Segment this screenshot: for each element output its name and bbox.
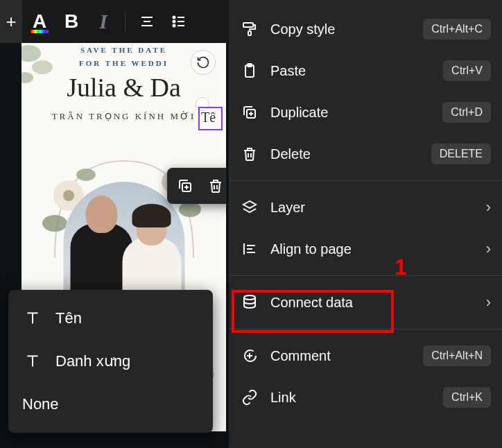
menu-label: Paste [270,63,443,79]
menu-label: Comment [270,348,423,364]
add-button[interactable]: + [0,0,22,43]
menu-label: Duplicate [270,105,442,121]
couple-names-text[interactable]: Julia & Da [21,72,226,103]
floating-action-bar [167,168,226,204]
text-field-icon [22,308,43,329]
chevron-right-icon: › [486,198,491,216]
svg-point-17 [179,202,201,217]
data-field-label: Tên [55,309,82,327]
menu-layer[interactable]: Layer › [229,187,502,228]
chevron-right-icon: › [486,293,491,311]
menu-shortcut: Ctrl+D [442,102,491,123]
data-field-danhxung[interactable]: Danh xưng [8,340,213,383]
duplicate-action-button[interactable] [171,172,199,200]
trash-icon [240,144,259,164]
menu-label: Link [270,390,443,406]
menu-label: Connect data [270,295,486,311]
color-spectrum-bar [31,30,49,33]
menu-comment[interactable]: Comment Ctrl+Alt+N [229,335,502,377]
link-icon [240,388,259,407]
align-page-icon [240,239,259,259]
menu-shortcut: Ctrl+Alt+C [423,19,491,40]
menu-label: Layer [270,200,486,216]
menu-duplicate[interactable]: Duplicate Ctrl+D [229,92,502,133]
svg-marker-29 [243,201,256,208]
invite-text[interactable]: TRÂN TRỌNG KÍNH MỜI [21,111,226,122]
menu-label: Align to page [270,241,486,257]
text-color-button[interactable]: A [25,7,54,36]
menu-link[interactable]: Link Ctrl+K [229,377,502,418]
menu-shortcut: Ctrl+Alt+N [423,345,491,366]
delete-action-button[interactable] [202,172,226,200]
rotate-handle-icon[interactable] [191,50,216,75]
clipboard-icon [240,61,259,80]
paint-roller-icon [240,19,259,39]
menu-label: Delete [270,146,431,162]
layers-icon [240,198,259,217]
data-field-popup: Tên Danh xưng None [8,290,213,433]
svg-rect-22 [243,23,253,27]
menu-separator [229,329,502,329]
menu-align-to-page[interactable]: Align to page › [229,228,502,270]
menu-copy-style[interactable]: Copy style Ctrl+Alt+C [229,8,502,50]
menu-separator [229,180,502,181]
menu-shortcut: Ctrl+K [443,387,491,408]
comment-icon [240,346,259,365]
svg-point-7 [173,25,175,27]
list-button[interactable] [164,7,193,36]
chevron-right-icon: › [486,240,491,258]
selection-box[interactable]: Tê [198,107,223,130]
svg-point-3 [173,17,175,19]
menu-paste[interactable]: Paste Ctrl+V [229,50,502,92]
text-toolbar: + A B I [0,0,229,43]
svg-point-34 [244,295,255,300]
italic-button[interactable]: I [89,7,118,36]
menu-separator [229,275,502,276]
data-field-none[interactable]: None [8,383,213,426]
bold-button[interactable]: B [57,7,86,36]
menu-shortcut: Ctrl+V [443,60,491,81]
duplicate-icon [240,103,259,122]
menu-delete[interactable]: Delete DELETE [229,133,502,175]
toolbar-divider [125,12,125,31]
data-field-ten[interactable]: Tên [8,297,213,340]
menu-label: Copy style [270,21,423,37]
align-button[interactable] [132,7,162,36]
menu-shortcut: DELETE [431,144,491,164]
database-icon [240,293,259,312]
svg-point-15 [76,169,96,181]
annotation-number-1: 1 [395,255,407,280]
text-field-icon [22,351,43,372]
svg-rect-23 [248,31,251,35]
data-field-label: Danh xưng [55,352,130,370]
menu-connect-data[interactable]: Connect data › [229,282,502,323]
svg-point-14 [42,215,67,232]
svg-point-13 [63,190,74,201]
context-menu: Copy style Ctrl+Alt+C Paste Ctrl+V Dupli… [229,0,502,448]
svg-point-5 [173,21,175,23]
